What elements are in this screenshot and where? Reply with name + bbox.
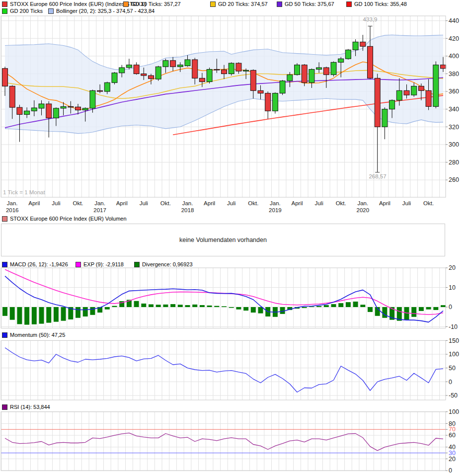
candle-body bbox=[250, 70, 256, 90]
divergence-bar bbox=[2, 307, 7, 316]
candle-body bbox=[104, 82, 110, 91]
divergence-bar bbox=[207, 306, 212, 307]
candle-body bbox=[441, 65, 446, 69]
candle-body bbox=[53, 108, 59, 118]
candle-body bbox=[170, 61, 176, 67]
y-axis-tick-label: -50 bbox=[449, 392, 458, 399]
divergence-bar bbox=[302, 307, 307, 308]
divergence-bar bbox=[229, 307, 234, 308]
legend-item-macd-0: MACD (26, 12): -1,9426 bbox=[2, 262, 68, 268]
candle-body bbox=[68, 106, 74, 107]
x-axis-month-label: April bbox=[28, 200, 40, 206]
candle-body bbox=[360, 42, 366, 46]
candle-body bbox=[61, 106, 66, 108]
x-axis-month-label: Juli bbox=[402, 200, 411, 206]
x-axis-month-label: Okt. bbox=[248, 200, 258, 206]
legend-swatch-icon bbox=[134, 262, 140, 267]
y-axis-tick-label: 20 bbox=[449, 264, 456, 271]
x-axis-month-label: Okt. bbox=[423, 200, 434, 206]
annotation-high-value: 433,9 bbox=[363, 16, 378, 22]
x-axis-month-label: Okt. bbox=[336, 200, 346, 206]
divergence-bar bbox=[382, 307, 387, 318]
divergence-bar bbox=[163, 305, 168, 307]
y-axis-tick-label: 440 bbox=[449, 17, 459, 24]
macd-panel: 20100-10 bbox=[1, 264, 458, 330]
x-axis-month-label: Juli bbox=[140, 200, 148, 206]
y-axis-tick-label: 400 bbox=[449, 53, 459, 60]
candle-body bbox=[185, 60, 190, 66]
legend-label: GD 10 Ticks: 357,27 bbox=[131, 1, 181, 7]
legend-swatch-icon bbox=[2, 1, 7, 7]
volume-empty-message: keine Volumendaten vorhanden bbox=[179, 237, 267, 243]
momentum-panel: 150100500-50 bbox=[1, 337, 459, 400]
divergence-bar bbox=[360, 305, 365, 307]
candle-body bbox=[46, 104, 52, 118]
divergence-bar bbox=[258, 307, 263, 314]
divergence-bar bbox=[236, 307, 241, 310]
candle-body bbox=[236, 63, 241, 71]
tick-scale-note: 1 Tick = 1 Monat bbox=[3, 189, 45, 195]
y-axis-tick-label: 0 bbox=[449, 467, 452, 474]
candle-body bbox=[316, 68, 322, 70]
candle-body bbox=[426, 90, 431, 106]
candle-body bbox=[404, 90, 409, 95]
candle-body bbox=[192, 60, 198, 78]
y-axis-tick-label: 150 bbox=[449, 337, 459, 344]
candle-body bbox=[302, 65, 307, 83]
legend-label: Bollinger (20, 2): 325,3 - 374,57 - 423,… bbox=[56, 8, 155, 14]
divergence-bar bbox=[112, 306, 117, 307]
candle-body bbox=[258, 90, 263, 93]
x-axis-month-label: Jan. bbox=[182, 200, 193, 206]
divergence-bar bbox=[324, 305, 329, 307]
x-axis-year-label: 2018 bbox=[181, 207, 194, 213]
candle-body bbox=[433, 65, 439, 107]
y-axis-tick-label: 20 bbox=[449, 456, 456, 463]
divergence-bars bbox=[2, 300, 446, 324]
candle-body bbox=[389, 100, 395, 109]
legend-item-momentum-0: Momentum (50): 47,25 bbox=[2, 332, 65, 338]
x-axis-month-label: April bbox=[291, 200, 303, 206]
legend-label: Momentum (50): 47,25 bbox=[10, 332, 65, 338]
divergence-bar bbox=[90, 307, 95, 315]
divergence-bar bbox=[141, 304, 146, 307]
divergence-bar bbox=[46, 307, 51, 323]
divergence-bar bbox=[17, 307, 22, 324]
legend-item-macd-1: EXP (9): -2,9118 bbox=[76, 262, 124, 268]
divergence-bar bbox=[156, 305, 161, 307]
divergence-bar bbox=[76, 307, 80, 318]
y-axis-tick-label: 300 bbox=[449, 141, 459, 148]
candle-body bbox=[134, 65, 139, 74]
legend-label: Divergence: 0,96923 bbox=[142, 261, 193, 267]
candle-body bbox=[375, 78, 380, 127]
candle-body bbox=[368, 46, 373, 78]
price-panel: 440420400380360340320300280260 bbox=[1, 16, 459, 197]
candle-body bbox=[17, 107, 22, 114]
x-axis-month-label: Jan. bbox=[270, 200, 281, 206]
candle-body bbox=[9, 86, 15, 107]
divergence-bar bbox=[309, 307, 314, 307]
x-axis-year-label: 2019 bbox=[269, 207, 282, 213]
candle-body bbox=[163, 61, 168, 67]
legend-swatch-icon bbox=[2, 8, 7, 14]
x-axis-month-label: Okt. bbox=[73, 200, 83, 206]
x-axis-month-label: Jan. bbox=[357, 200, 368, 206]
rsi-line bbox=[5, 433, 443, 451]
candle-body bbox=[199, 78, 205, 81]
divergence-bar bbox=[54, 307, 59, 322]
divergence-bar bbox=[192, 305, 197, 307]
candle-body bbox=[280, 81, 285, 93]
legend-label: RSI (14): 53,844 bbox=[10, 404, 50, 410]
legend-swatch-icon bbox=[76, 262, 81, 267]
y-axis-tick-label: 0 bbox=[449, 304, 452, 311]
legend-label: GD 50 Ticks: 375,67 bbox=[285, 1, 334, 7]
divergence-bar bbox=[178, 305, 183, 307]
legend-label: EXP (9): -2,9118 bbox=[83, 261, 124, 267]
divergence-bar bbox=[346, 302, 351, 307]
divergence-bar bbox=[214, 306, 219, 307]
legend-item-price_row1-2: GD 20 Ticks: 374,57 bbox=[210, 1, 268, 7]
divergence-bar bbox=[338, 303, 343, 307]
y-axis-tick-label: 360 bbox=[449, 88, 459, 95]
legend-label: GD 100 Ticks: 355,48 bbox=[354, 1, 407, 7]
divergence-bar bbox=[368, 307, 373, 312]
y-axis-tick-label: 60 bbox=[449, 432, 456, 439]
